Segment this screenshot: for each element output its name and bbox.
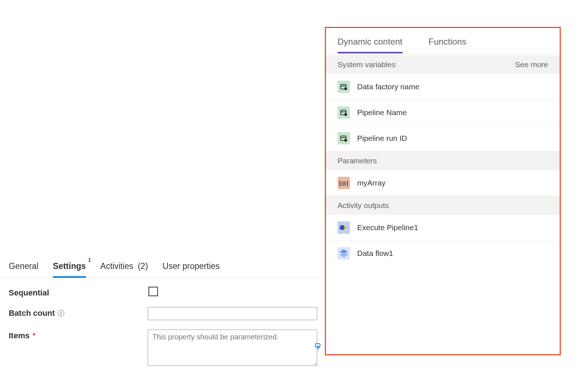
tab-activities[interactable]: Activities (2) [101,258,148,278]
output-item-execute-pipeline1[interactable]: Execute Pipeline1 [326,215,560,241]
svg-marker-13 [340,252,348,257]
svg-point-3 [345,88,347,90]
param-item-myarray[interactable]: [@] myArray [326,170,560,196]
link-see-more[interactable]: See more [515,60,548,69]
param-label: myArray [357,179,385,187]
sysvar-label: Pipeline Name [357,108,407,117]
section-parameters-label: Parameters [338,156,377,165]
section-activity-outputs: Activity outputs [326,196,560,215]
row-items: Items * [9,330,317,366]
input-batch-count[interactable] [148,307,317,320]
tab-general[interactable]: General [9,258,38,278]
label-sequential: Sequential [9,287,148,298]
label-items-text: Items [9,331,29,340]
dynamic-content-panel: Dynamic content Functions System variabl… [325,27,561,355]
add-dynamic-content-button[interactable] [313,340,324,352]
section-activity-outputs-label: Activity outputs [338,201,389,210]
checkbox-sequential[interactable] [148,287,158,296]
output-label: Data flow1 [357,249,393,258]
settings-form: Sequential Batch count i Items * [9,287,317,375]
output-item-data-flow1[interactable]: Data flow1 [326,241,560,266]
dc-tab-dynamic-label: Dynamic content [338,37,403,46]
dc-tab-functions[interactable]: Functions [429,37,466,53]
section-system-variables: System variables See more [326,55,560,74]
settings-panel: General Settings 1 Activities (2) User p… [0,0,325,392]
label-batch-count: Batch count i [9,307,148,318]
svg-point-6 [345,114,347,116]
tab-user-properties-label: User properties [163,261,220,271]
sysvar-label: Pipeline run ID [357,134,407,143]
sysvar-item-data-factory-name[interactable]: Data factory name [326,74,560,100]
tabstrip: General Settings 1 Activities (2) User p… [0,258,325,278]
tab-user-properties[interactable]: User properties [163,258,220,278]
svg-point-10 [340,225,345,230]
section-system-variables-label: System variables [338,60,396,69]
datasource-icon [338,81,350,93]
datasource-icon [338,132,350,144]
info-icon[interactable]: i [58,310,64,317]
datasource-icon [338,106,350,119]
tab-settings-badge: 1 [88,257,91,263]
label-sequential-text: Sequential [9,288,49,298]
required-asterisk: * [32,331,36,340]
section-parameters: Parameters [326,151,560,170]
row-sequential: Sequential [9,287,317,298]
tab-settings-label: Settings [53,261,86,271]
lightning-icon [315,342,323,350]
dataflow-icon [338,247,350,260]
parameter-icon: [@] [338,177,350,189]
tab-activities-label: Activities [101,261,134,271]
textarea-items[interactable] [148,330,317,366]
svg-marker-11 [344,226,348,229]
sysvar-item-pipeline-name[interactable]: Pipeline Name [326,100,560,126]
tab-general-label: General [9,261,38,271]
tab-activities-count: (2) [138,261,148,271]
sysvar-label: Data factory name [357,82,420,91]
row-batch-count: Batch count i [9,307,317,320]
output-label: Execute Pipeline1 [357,223,418,232]
dc-tab-dynamic[interactable]: Dynamic content [338,37,403,53]
svg-point-9 [345,139,347,142]
tab-settings[interactable]: Settings 1 [53,258,86,278]
label-batch-count-text: Batch count [9,309,55,318]
sysvar-item-pipeline-run-id[interactable]: Pipeline run ID [326,126,560,151]
dc-tabstrip: Dynamic content Functions [326,28,560,54]
dc-tab-functions-label: Functions [429,37,466,46]
label-items: Items * [9,330,148,340]
execute-pipeline-icon [338,221,350,234]
